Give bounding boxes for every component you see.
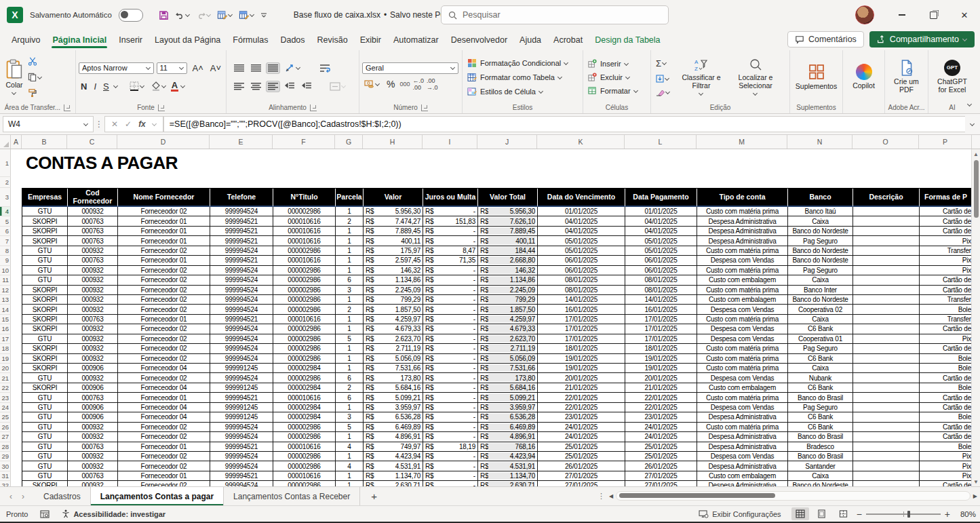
- autosum-button[interactable]: Σ: [654, 56, 669, 71]
- cell[interactable]: Despesa Administrativa: [697, 481, 788, 486]
- customize-qat-button[interactable]: [258, 10, 269, 20]
- comments-button[interactable]: Comentários: [787, 31, 864, 47]
- cell[interactable]: SKORPI: [22, 295, 68, 305]
- cell[interactable]: 000002984: [273, 364, 336, 373]
- cell[interactable]: SKORPI: [22, 324, 68, 334]
- cell[interactable]: 999994524: [210, 275, 273, 285]
- cell[interactable]: 999994524: [210, 354, 273, 364]
- table-col-header[interactable]: N°Titulo: [273, 189, 336, 207]
- cell[interactable]: Forneceodor 04: [118, 403, 210, 412]
- table-col-header[interactable]: Data Pagamento: [625, 189, 697, 207]
- zoom-percentage[interactable]: 80%: [954, 510, 976, 518]
- cell[interactable]: R$7.474,27: [364, 216, 423, 226]
- delete-cells-button[interactable]: Excluir: [586, 71, 632, 83]
- cell[interactable]: R$18,19: [423, 442, 478, 452]
- cell[interactable]: R$146,32: [364, 266, 423, 275]
- cell[interactable]: Forneceodor 01: [118, 236, 210, 246]
- cell[interactable]: 27/01/2025: [538, 481, 625, 486]
- cell[interactable]: Banco do Nordeste: [788, 246, 853, 256]
- cell[interactable]: SKORPI: [22, 227, 68, 236]
- cell[interactable]: SKORPI: [22, 354, 68, 364]
- fill-button[interactable]: [654, 73, 671, 85]
- cell[interactable]: R$-: [423, 324, 478, 334]
- cell[interactable]: 000010616: [273, 216, 336, 226]
- cell[interactable]: SKORPI: [22, 364, 68, 373]
- cell[interactable]: 999994524: [210, 246, 273, 256]
- cell[interactable]: 19/01/2025: [538, 364, 625, 373]
- cell[interactable]: 000002986: [273, 423, 336, 432]
- find-select-button[interactable]: Localizar e Selecionar: [730, 57, 781, 98]
- comma-style-button[interactable]: 000: [399, 81, 410, 88]
- cell[interactable]: Caixa: [788, 275, 853, 285]
- cell[interactable]: GTU: [22, 403, 68, 412]
- cell[interactable]: R$4.259,97: [478, 315, 538, 324]
- cell[interactable]: R$5.956,30: [364, 207, 423, 216]
- cell[interactable]: 000932: [68, 334, 118, 344]
- cell[interactable]: 24/01/2025: [625, 432, 697, 442]
- cell[interactable]: 999994524: [210, 461, 273, 471]
- cell[interactable]: 000932: [68, 286, 118, 295]
- cell[interactable]: 1: [336, 324, 364, 334]
- cell[interactable]: Cartão de: [920, 286, 973, 295]
- namebox-handle[interactable]: ⋮: [94, 114, 104, 134]
- cell[interactable]: R$7.626,10: [478, 216, 538, 226]
- cell[interactable]: [853, 423, 920, 432]
- cell[interactable]: R$4.896,91: [364, 432, 423, 442]
- align-right-button[interactable]: [266, 81, 280, 92]
- row-header[interactable]: 22: [0, 383, 11, 393]
- cell[interactable]: 06/01/2025: [625, 266, 697, 275]
- table-col-header[interactable]: Descrição: [853, 189, 920, 207]
- row-header[interactable]: 10: [0, 266, 11, 275]
- sheet-tab-cadastros[interactable]: Cadastros: [34, 487, 91, 505]
- cell[interactable]: R$2.630,71: [478, 481, 538, 486]
- row-header[interactable]: 17: [0, 334, 11, 344]
- cell[interactable]: 06/01/2025: [625, 256, 697, 265]
- cell[interactable]: [853, 442, 920, 452]
- cell[interactable]: R$-: [423, 423, 478, 432]
- column-header-G[interactable]: G: [335, 135, 363, 149]
- cell[interactable]: R$5.684,16: [364, 383, 423, 393]
- table-col-header[interactable]: Valor: [364, 189, 423, 207]
- insert-cells-button[interactable]: Inserir: [586, 58, 631, 70]
- cell[interactable]: Forneceodor 02: [118, 246, 210, 256]
- row-header[interactable]: 16: [0, 324, 11, 334]
- cell[interactable]: R$-: [423, 295, 478, 305]
- cell[interactable]: 20/01/2025: [538, 373, 625, 383]
- cell[interactable]: Forneceodor 01: [118, 227, 210, 236]
- cell[interactable]: 000906: [68, 403, 118, 412]
- cell[interactable]: Custo com matéria prima: [697, 266, 788, 275]
- row-header[interactable]: 8: [0, 246, 11, 256]
- cell[interactable]: [853, 373, 920, 383]
- cell[interactable]: Forneceodor 02: [118, 334, 210, 344]
- restore-button[interactable]: [918, 0, 949, 30]
- cell[interactable]: 1: [336, 432, 364, 442]
- cell[interactable]: Forneceodor 01: [118, 256, 210, 265]
- decrease-decimal-button[interactable]: .00→.0: [427, 77, 438, 91]
- share-button[interactable]: Compartilhamento: [869, 31, 975, 47]
- cell[interactable]: [853, 403, 920, 412]
- table-col-header[interactable]: Juros ou Multa: [423, 189, 478, 207]
- row-header[interactable]: 18: [0, 344, 11, 353]
- cell[interactable]: Forneceodor 02: [118, 461, 210, 471]
- cell[interactable]: Cartão de: [920, 373, 973, 383]
- cell[interactable]: Caixa: [788, 471, 853, 481]
- cell[interactable]: 000763: [68, 216, 118, 226]
- column-header-P[interactable]: P: [919, 135, 972, 149]
- cell[interactable]: Banco Inter: [788, 286, 853, 295]
- create-pdf-button[interactable]: Crie um PDF: [888, 58, 925, 96]
- cell[interactable]: 5: [336, 334, 364, 344]
- save-button[interactable]: [157, 9, 171, 22]
- cell[interactable]: GTU: [22, 246, 68, 256]
- wrap-text-button[interactable]: [317, 62, 332, 75]
- cell[interactable]: Despesa com Vendas: [697, 334, 788, 344]
- cell[interactable]: Transfer: [920, 315, 973, 324]
- cell[interactable]: R$5.684,16: [478, 383, 538, 393]
- cell[interactable]: 20/01/2025: [625, 373, 697, 383]
- cell[interactable]: 1: [336, 403, 364, 412]
- cell[interactable]: 24/01/2025: [538, 423, 625, 432]
- cell[interactable]: C6 Bank: [788, 412, 853, 422]
- cell[interactable]: SKORPI: [22, 305, 68, 314]
- cell[interactable]: 1: [336, 452, 364, 461]
- row-header[interactable]: 21: [0, 373, 11, 383]
- cell[interactable]: R$-: [423, 481, 478, 486]
